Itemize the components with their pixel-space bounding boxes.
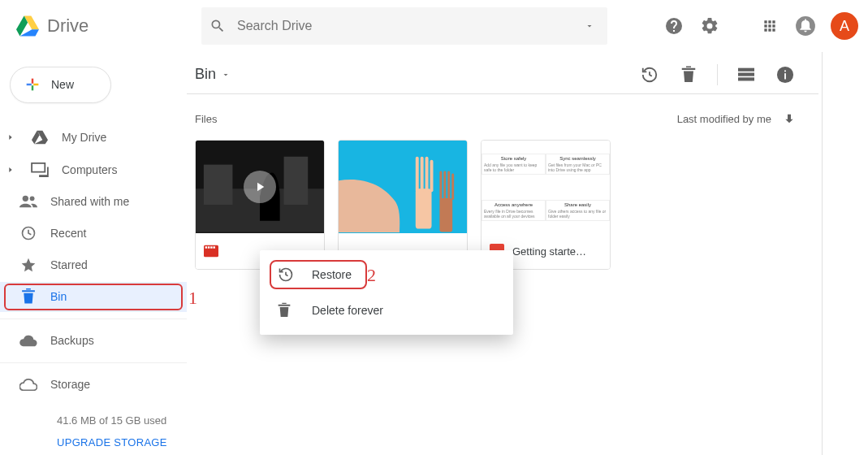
storage-details: 41.6 MB of 15 GB used UPGRADE STORAGE: [0, 401, 187, 455]
sidebar-item-my-drive[interactable]: My Drive: [0, 123, 187, 153]
svg-rect-21: [416, 157, 419, 192]
file-name: Getting starte…: [512, 245, 586, 258]
search-options-caret-icon[interactable]: [585, 21, 599, 31]
shared-icon: [19, 195, 37, 208]
list-view-icon[interactable]: [736, 64, 757, 85]
storage-label: Storage: [50, 378, 90, 391]
my-drive-icon: [31, 130, 49, 145]
product-logo[interactable]: Drive: [16, 15, 195, 37]
restore-history-icon[interactable]: [639, 64, 660, 85]
svg-rect-20: [416, 188, 432, 228]
tutorial-step-number: 2: [367, 265, 376, 286]
sort-label: Last modified by me: [677, 113, 771, 125]
plus-icon: [24, 76, 41, 93]
search-bar[interactable]: [201, 7, 607, 45]
file-thumbnail: [339, 141, 467, 233]
svg-rect-4: [738, 67, 754, 71]
section-title: Files: [195, 113, 217, 125]
bin-trash-icon: [19, 288, 37, 305]
info-details-icon[interactable]: [775, 64, 796, 85]
sidebar-item-storage[interactable]: Storage: [0, 370, 187, 400]
svg-point-1: [23, 195, 28, 201]
context-menu-delete-forever[interactable]: Delete forever: [260, 292, 513, 328]
app-header: Drive A: [0, 0, 868, 52]
sidebar-item-label: Recent: [50, 227, 86, 240]
notifications-bell-icon[interactable]: [795, 15, 816, 37]
svg-rect-17: [210, 246, 212, 248]
avatar-letter: A: [840, 18, 849, 35]
new-button-label: New: [51, 78, 74, 91]
svg-rect-24: [430, 160, 434, 192]
svg-rect-15: [205, 246, 207, 248]
context-menu-restore[interactable]: Restore: [260, 257, 513, 292]
svg-rect-29: [451, 173, 454, 200]
drive-logo-icon: [16, 15, 39, 37]
svg-rect-25: [439, 198, 452, 232]
sort-control[interactable]: Last modified by me: [677, 112, 796, 125]
context-menu-label: Delete forever: [312, 304, 383, 317]
tutorial-step-number: 1: [188, 288, 197, 309]
sort-direction-icon: [783, 112, 796, 125]
expand-caret-icon[interactable]: [6, 166, 18, 174]
sidebar-item-backups[interactable]: Backups: [0, 326, 187, 356]
new-button[interactable]: New: [10, 67, 111, 103]
settings-gear-icon[interactable]: [699, 15, 720, 37]
storage-usage-text: 41.6 MB of 15 GB used: [57, 414, 167, 427]
sidebar-item-bin[interactable]: Bin: [0, 282, 187, 312]
computers-icon: [31, 162, 49, 177]
storage-cloud-icon: [19, 378, 37, 391]
play-overlay-icon: [244, 171, 276, 203]
svg-rect-27: [443, 171, 446, 201]
svg-point-2: [30, 196, 35, 201]
svg-rect-22: [421, 157, 424, 192]
svg-rect-16: [208, 246, 209, 248]
svg-rect-12: [204, 165, 233, 205]
recent-clock-icon: [19, 225, 37, 241]
account-avatar[interactable]: A: [831, 12, 858, 40]
sidebar-item-recent[interactable]: Recent: [0, 218, 187, 248]
svg-rect-23: [425, 157, 429, 192]
backups-cloud-icon: [19, 334, 37, 347]
sidebar-item-label: Shared with me: [50, 195, 129, 208]
section-header: Files Last modified by me: [187, 94, 818, 140]
file-thumbnail: Store safelyAdd any file you want to kee…: [482, 141, 610, 233]
right-rail: [823, 52, 868, 455]
svg-rect-6: [738, 77, 754, 80]
svg-rect-9: [784, 70, 786, 72]
sidebar-item-label: Bin: [50, 290, 67, 303]
context-menu: Restore Delete forever: [260, 250, 513, 335]
breadcrumb[interactable]: Bin: [187, 66, 231, 83]
sidebar: New My Drive Computers Shared with me Re…: [0, 52, 187, 455]
sidebar-item-computers[interactable]: Computers: [0, 154, 187, 184]
svg-rect-18: [213, 246, 214, 248]
svg-rect-28: [447, 171, 450, 201]
svg-rect-8: [784, 73, 786, 79]
star-icon: [19, 257, 37, 273]
help-icon[interactable]: [663, 15, 684, 37]
svg-rect-5: [738, 72, 754, 76]
sidebar-item-label: Backups: [50, 334, 94, 347]
delete-icon[interactable]: [678, 64, 699, 85]
svg-rect-26: [439, 171, 442, 201]
header-actions: A: [663, 12, 858, 40]
restore-icon: [278, 266, 294, 283]
upgrade-storage-link[interactable]: UPGRADE STORAGE: [57, 436, 167, 448]
search-input[interactable]: [237, 19, 573, 33]
apps-grid-icon[interactable]: [759, 15, 780, 37]
svg-rect-13: [284, 157, 309, 205]
sidebar-item-label: My Drive: [62, 131, 106, 144]
video-file-icon: [204, 244, 218, 258]
sidebar-item-label: Computers: [62, 163, 117, 176]
delete-forever-icon: [278, 302, 294, 318]
file-thumbnail: [196, 141, 324, 233]
toolbar: Bin: [187, 55, 818, 94]
breadcrumb-current: Bin: [195, 66, 216, 83]
sidebar-item-starred[interactable]: Starred: [0, 249, 187, 280]
search-icon: [209, 18, 226, 34]
context-menu-label: Restore: [312, 268, 352, 281]
expand-caret-icon[interactable]: [6, 133, 18, 141]
sidebar-item-shared[interactable]: Shared with me: [0, 186, 187, 216]
sidebar-item-label: Starred: [50, 258, 88, 271]
product-name: Drive: [47, 15, 89, 37]
breadcrumb-caret-icon: [221, 70, 231, 80]
